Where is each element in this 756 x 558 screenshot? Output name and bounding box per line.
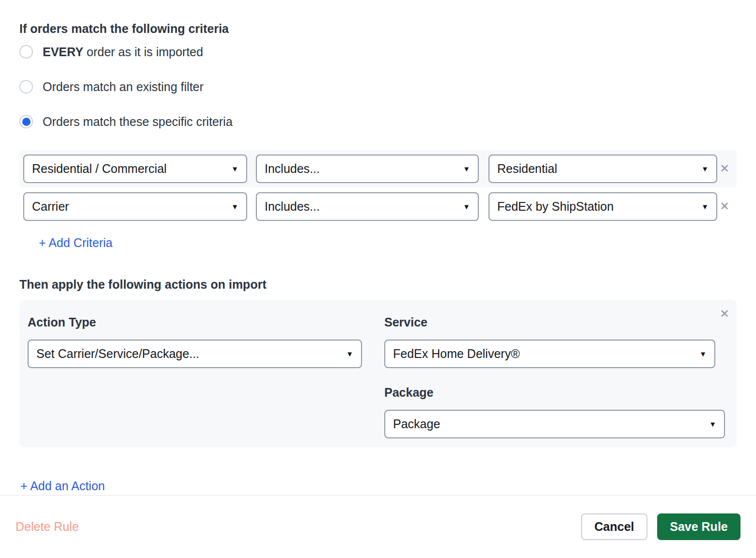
criteria-row: Carrier ▼ Includes... ▼ FedEx by ShipSta…	[19, 187, 737, 225]
criteria-field-select[interactable]: Residential / Commercial ▼	[23, 155, 247, 183]
caret-down-icon: ▼	[463, 203, 470, 210]
add-action-link[interactable]: + Add an Action	[20, 479, 105, 493]
caret-down-icon: ▼	[463, 165, 470, 172]
service-label: Service	[384, 315, 725, 329]
service-value: FedEx Home Delivery®	[393, 347, 520, 361]
remove-criteria-icon[interactable]: ✕	[717, 198, 732, 215]
action-type-label: Action Type	[28, 315, 362, 329]
criteria-radio-group: EVERY order as it is imported Orders mat…	[19, 45, 737, 128]
criteria-value-select[interactable]: Residential ▼	[488, 155, 717, 183]
caret-down-icon: ▼	[709, 420, 716, 428]
save-rule-button[interactable]: Save Rule	[657, 513, 740, 540]
footer-bar: Delete Rule Cancel Save Rule	[0, 495, 756, 558]
service-select[interactable]: FedEx Home Delivery® ▼	[384, 340, 715, 368]
add-criteria-link[interactable]: + Add Criteria	[39, 236, 112, 250]
radio-existing-filter-label: Orders match an existing filter	[43, 80, 204, 94]
criteria-field-value: Residential / Commercial	[32, 162, 167, 176]
caret-down-icon: ▼	[699, 350, 707, 357]
remove-criteria-icon[interactable]: ✕	[717, 160, 732, 177]
action-type-select[interactable]: Set Carrier/Service/Package... ▼	[28, 340, 362, 368]
radio-button-icon[interactable]	[19, 45, 33, 59]
caret-down-icon: ▼	[231, 203, 238, 210]
actions-heading: Then apply the following actions on impo…	[19, 277, 737, 292]
radio-specific-criteria-label: Orders match these specific criteria	[43, 115, 233, 129]
radio-every-order-label: EVERY order as it is imported	[43, 45, 203, 59]
criteria-value-value: FedEx by ShipStation	[497, 200, 614, 214]
action-type-value: Set Carrier/Service/Package...	[36, 347, 199, 361]
caret-down-icon: ▼	[346, 350, 353, 357]
criteria-heading: If orders match the following criteria	[19, 21, 737, 36]
caret-down-icon: ▼	[701, 203, 709, 210]
criteria-operator-value: Includes...	[265, 200, 320, 214]
package-value: Package	[393, 417, 440, 431]
radio-specific-criteria[interactable]: Orders match these specific criteria	[19, 115, 737, 128]
action-card: ✕ Action Type Set Carrier/Service/Packag…	[19, 300, 737, 447]
service-package-column: Service FedEx Home Delivery® ▼ Package P…	[384, 315, 725, 447]
remove-action-icon[interactable]: ✕	[716, 306, 733, 322]
caret-down-icon: ▼	[701, 165, 709, 172]
rule-editor: If orders match the following criteria E…	[0, 0, 756, 493]
package-select[interactable]: Package ▼	[384, 410, 725, 438]
caret-down-icon: ▼	[231, 165, 238, 172]
criteria-field-value: Carrier	[32, 200, 69, 214]
criteria-row: Residential / Commercial ▼ Includes... ▼…	[19, 150, 737, 187]
criteria-operator-select[interactable]: Includes... ▼	[256, 155, 479, 183]
cancel-button[interactable]: Cancel	[581, 513, 647, 540]
radio-button-icon[interactable]	[19, 80, 33, 93]
footer-buttons: Cancel Save Rule	[581, 513, 740, 540]
package-label: Package	[384, 386, 725, 400]
criteria-operator-value: Includes...	[265, 162, 320, 176]
delete-rule-link[interactable]: Delete Rule	[16, 520, 79, 534]
criteria-rows: Residential / Commercial ▼ Includes... ▼…	[19, 150, 737, 225]
criteria-operator-select[interactable]: Includes... ▼	[256, 192, 479, 221]
radio-every-order[interactable]: EVERY order as it is imported	[19, 45, 737, 59]
action-type-column: Action Type Set Carrier/Service/Package.…	[28, 315, 362, 447]
criteria-value-value: Residential	[497, 162, 557, 176]
radio-existing-filter[interactable]: Orders match an existing filter	[19, 80, 737, 93]
radio-button-selected-icon[interactable]	[19, 115, 33, 128]
criteria-field-select[interactable]: Carrier ▼	[23, 192, 247, 221]
criteria-value-select[interactable]: FedEx by ShipStation ▼	[488, 192, 717, 221]
